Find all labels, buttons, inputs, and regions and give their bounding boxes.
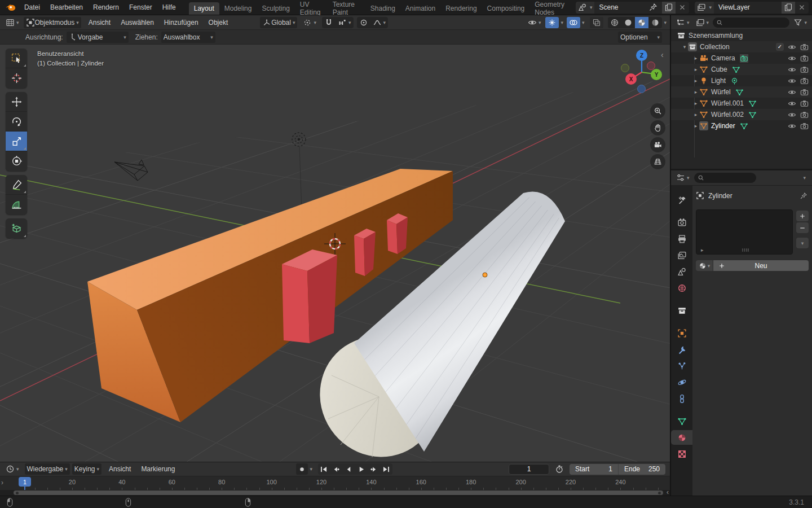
tool-add-cube-button[interactable] [6, 218, 27, 238]
properties-tab-texture[interactable] [671, 446, 692, 461]
tab-rendering[interactable]: Rendering [440, 2, 482, 15]
outliner-row-collection[interactable]: ▾Collection✓ [671, 41, 812, 52]
tool-select-box-button[interactable] [6, 49, 27, 68]
viewlayer-browse-button[interactable]: ▾ [695, 2, 714, 14]
xray-toggle[interactable] [590, 17, 603, 28]
camera-view-button[interactable] [650, 137, 665, 152]
properties-search-input[interactable] [694, 173, 756, 183]
options-dropdown[interactable]: Optionen▾ [618, 32, 662, 43]
timeline-expand-chevron[interactable]: › [1, 479, 3, 487]
render-toggle-camera-icon[interactable] [800, 65, 809, 74]
keying-dropdown[interactable]: Keying▾ [72, 463, 102, 475]
grip-icon[interactable] [742, 248, 749, 252]
tool-move-button[interactable] [6, 92, 27, 112]
hide-toggle-eye-icon[interactable] [788, 111, 796, 119]
tab-texture-paint[interactable]: Texture Paint [328, 2, 365, 15]
shading-solid-button[interactable] [621, 17, 635, 28]
menu-rendern[interactable]: Rendern [88, 0, 124, 15]
play-reverse-button[interactable] [343, 463, 355, 475]
playhead[interactable]: 1 [19, 477, 31, 487]
viewport-menu-hinzufügen[interactable]: Hinzufügen [159, 15, 204, 29]
auto-keying-toggle[interactable] [296, 463, 308, 475]
scene-name-field[interactable]: Scene [594, 3, 662, 12]
outliner-row-würfel-002[interactable]: ▸Würfel.002 [671, 109, 812, 120]
hide-toggle-eye-icon[interactable] [788, 99, 796, 108]
tool-orientation-dropdown[interactable]: Vorgabe▾ [67, 32, 129, 43]
timeline-ruler[interactable]: › 1 20406080100120140160180200220240 [0, 476, 670, 490]
proportional-falloff-selector[interactable]: ▾ [370, 17, 389, 28]
visibility-dropdown[interactable]: ▾ [526, 17, 544, 28]
camera-object[interactable] [114, 160, 148, 181]
render-toggle-camera-icon[interactable] [800, 111, 809, 119]
disclosure-arrow[interactable]: ▸ [692, 100, 699, 106]
viewport-3d[interactable]: Benutzeransicht (1) Collection | Zylinde… [0, 45, 670, 462]
material-slot-list[interactable]: ▸ [696, 209, 793, 255]
properties-tab-material[interactable] [671, 430, 692, 445]
sidebar-collapse-chevron[interactable]: ‹ [661, 50, 664, 59]
properties-tab-data[interactable] [671, 414, 692, 428]
unlink-scene-button[interactable] [676, 2, 689, 14]
object-origin-dot[interactable] [483, 273, 487, 277]
tool-measure-button[interactable] [6, 195, 27, 214]
gizmo-toggle[interactable] [545, 17, 559, 28]
disclosure-arrow[interactable]: ▸ [692, 67, 699, 72]
timeline-right-chevron[interactable]: ‹ [667, 488, 669, 496]
outliner-editor-type-button[interactable]: ▾ [674, 17, 692, 28]
playback-dropdown[interactable]: Wiedergabe▾ [25, 463, 70, 475]
tab-layout[interactable]: Layout [189, 2, 219, 15]
gizmo-neg-x-axis[interactable] [647, 62, 655, 70]
render-toggle-camera-icon[interactable] [800, 54, 809, 63]
end-frame-field[interactable]: Ende250 [618, 464, 665, 475]
jump-to-end-button[interactable] [380, 463, 392, 475]
disclosure-arrow[interactable]: ▸ [692, 123, 699, 129]
remove-viewlayer-button[interactable] [795, 2, 809, 14]
hide-toggle-eye-icon[interactable] [788, 122, 796, 130]
slot-expand-arrow[interactable]: ▸ [701, 247, 704, 253]
properties-tab-tool[interactable] [671, 192, 692, 207]
properties-tab-view-layer[interactable] [671, 248, 692, 262]
disclosure-arrow[interactable]: ▸ [692, 112, 699, 117]
editor-type-button[interactable]: ▾ [3, 17, 21, 28]
properties-tab-physics[interactable] [671, 375, 692, 389]
properties-tab-modifiers[interactable] [671, 342, 692, 357]
snap-target-selector[interactable]: ▾ [336, 17, 354, 28]
pin-icon[interactable] [800, 192, 807, 200]
disclosure-arrow[interactable]: ▸ [692, 89, 699, 95]
blender-logo-icon[interactable] [5, 2, 17, 12]
use-preview-range-toggle[interactable] [553, 463, 566, 475]
timeline-menu-markierung[interactable]: Markierung [136, 462, 180, 476]
remove-slot-button[interactable] [796, 222, 809, 233]
perspective-toggle-button[interactable] [650, 154, 665, 169]
timeline-menu-ansicht[interactable]: Ansicht [104, 462, 136, 476]
scrollbar-handle-right[interactable] [658, 492, 661, 494]
render-toggle-camera-icon[interactable] [800, 99, 809, 108]
snap-toggle[interactable] [322, 17, 336, 28]
properties-options-dropdown[interactable]: ▾ [803, 175, 806, 181]
hide-toggle-eye-icon[interactable] [788, 65, 796, 74]
scene-browse-button[interactable]: ▾ [576, 2, 595, 14]
shading-material-button[interactable] [635, 17, 648, 28]
outliner-search-input[interactable] [713, 17, 789, 28]
properties-tab-output[interactable] [671, 231, 692, 246]
mode-selector[interactable]: Objektmodus▾ [24, 17, 81, 28]
new-scene-button[interactable] [662, 2, 676, 14]
hide-toggle-eye-icon[interactable] [788, 77, 796, 85]
auto-keying-dropdown[interactable]: ▾ [310, 466, 312, 472]
properties-tab-particles[interactable] [671, 358, 692, 373]
start-frame-field[interactable]: Start1 [570, 464, 618, 475]
timeline-editor-type-button[interactable]: ▾ [3, 463, 21, 475]
jump-to-start-button[interactable] [318, 463, 330, 475]
hide-toggle-eye-icon[interactable] [788, 43, 796, 51]
gizmo-y-axis[interactable]: Y [651, 69, 662, 80]
gizmo-z-axis[interactable]: Z [636, 50, 647, 61]
pivot-point-selector[interactable]: ▾ [301, 17, 319, 28]
new-material-button[interactable]: Neu [713, 260, 809, 271]
tab-uv-editing[interactable]: UV Editing [295, 2, 328, 15]
hide-toggle-eye-icon[interactable] [788, 54, 796, 63]
pan-button[interactable] [650, 120, 665, 135]
viewport-menu-objekt[interactable]: Objekt [204, 15, 233, 29]
gizmo-neg-y-axis[interactable] [621, 64, 629, 72]
menu-datei[interactable]: Datei [19, 0, 45, 15]
properties-tab-render[interactable] [671, 215, 692, 230]
menu-bearbeiten[interactable]: Bearbeiten [45, 0, 88, 15]
